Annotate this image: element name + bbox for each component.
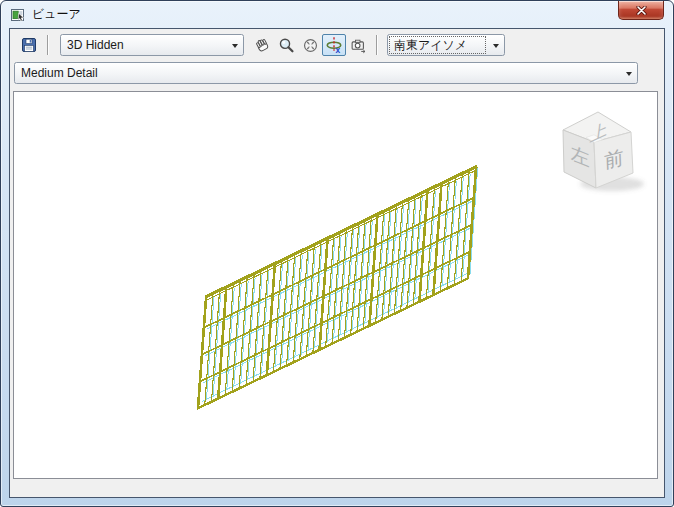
hand-icon (254, 37, 271, 54)
chevron-down-icon (232, 44, 238, 51)
viewcube-left-label: 左 (570, 142, 589, 172)
detail-level-value: Medium Detail (15, 66, 620, 80)
railing-model (197, 166, 478, 409)
pan-button[interactable] (250, 34, 274, 56)
zoom-button[interactable] (274, 34, 298, 56)
viewer-app-icon (10, 7, 26, 23)
magnifier-icon (278, 37, 295, 54)
visual-style-combo[interactable]: 3D Hidden (60, 34, 244, 56)
viewcube-corner-highlight[interactable] (586, 135, 603, 143)
save-button[interactable] (17, 34, 41, 56)
close-button[interactable] (618, 1, 664, 20)
orbit-sphere-icon (302, 37, 319, 54)
toolbar-separator (376, 35, 377, 55)
detail-row: Medium Detail (14, 62, 638, 84)
svg-text:x: x (336, 45, 341, 54)
detail-dropdown-arrow[interactable] (620, 63, 637, 83)
chevron-down-icon (626, 72, 632, 79)
title-bar: ビューア (1, 1, 673, 28)
chevron-down-icon (493, 44, 499, 51)
visual-style-value: 3D Hidden (61, 38, 226, 52)
model-viewport[interactable]: 上 左 前 (13, 91, 658, 479)
viewer-window: ビューア 3D Hidden (0, 0, 674, 507)
viewport-canvas: 上 左 前 (14, 92, 657, 478)
constrained-orbit-button[interactable]: x (322, 34, 346, 56)
close-icon (636, 6, 647, 15)
window-title: ビューア (32, 6, 81, 23)
constrained-orbit-icon: x (325, 36, 343, 54)
viewcube-face-left[interactable] (563, 130, 596, 188)
viewcube-face-front[interactable] (594, 132, 633, 188)
detail-level-combo[interactable]: Medium Detail (14, 62, 638, 84)
floppy-disk-icon (21, 37, 37, 53)
camera-icon (350, 37, 367, 54)
view-combo-value: 南東アイソメ (388, 37, 487, 54)
toolbar-separator (47, 35, 48, 55)
viewcube-face-top[interactable] (563, 112, 631, 142)
view-combo[interactable]: 南東アイソメ (387, 34, 505, 56)
toolbar: 3D Hidden (10, 31, 664, 59)
viewcube-front-label: 前 (604, 145, 625, 173)
view-cube[interactable]: 上 左 前 (563, 112, 644, 191)
orbit-button[interactable] (298, 34, 322, 56)
view-dropdown-arrow[interactable] (487, 35, 504, 55)
viewcube-shadow (580, 177, 644, 191)
viewcube-top-label: 上 (589, 118, 609, 146)
dialog-client-area: 3D Hidden (9, 28, 665, 498)
visual-style-dropdown-arrow[interactable] (226, 35, 243, 55)
adjust-camera-button[interactable] (346, 34, 370, 56)
